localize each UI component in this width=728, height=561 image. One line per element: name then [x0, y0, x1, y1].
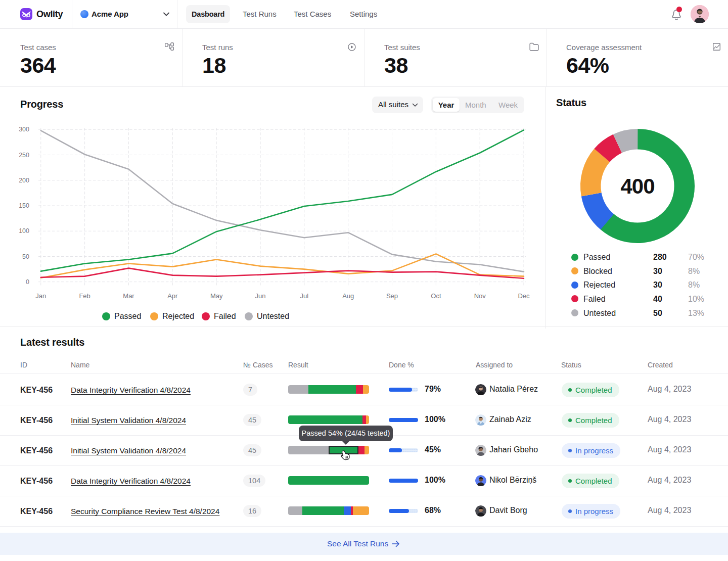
svg-text:Sep: Sep — [386, 292, 398, 300]
svg-text:50: 50 — [22, 253, 29, 260]
svg-text:Jul: Jul — [300, 292, 308, 300]
svg-text:May: May — [210, 292, 223, 300]
svg-text:150: 150 — [19, 202, 29, 209]
svg-text:Mar: Mar — [123, 292, 134, 300]
svg-text:250: 250 — [19, 152, 29, 159]
svg-text:Aug: Aug — [342, 292, 354, 300]
svg-text:Jan: Jan — [35, 292, 46, 300]
svg-text:300: 300 — [19, 126, 29, 133]
svg-text:Nov: Nov — [474, 292, 486, 300]
svg-text:200: 200 — [19, 177, 29, 184]
svg-text:Feb: Feb — [79, 292, 90, 300]
svg-text:Dec: Dec — [518, 292, 530, 300]
svg-text:0: 0 — [26, 278, 29, 286]
svg-text:400: 400 — [620, 174, 654, 198]
svg-text:Oct: Oct — [431, 292, 441, 300]
svg-text:Jun: Jun — [255, 292, 266, 300]
svg-text:100: 100 — [19, 227, 29, 235]
svg-text:Apr: Apr — [167, 292, 178, 300]
